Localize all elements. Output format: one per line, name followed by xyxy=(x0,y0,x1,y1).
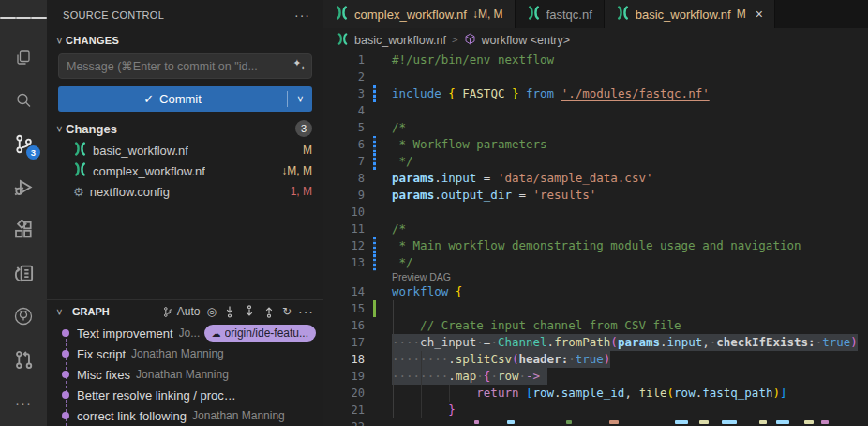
code-line[interactable]: 16 // Create input channel from CSV file xyxy=(323,317,868,334)
graph-more-actions-icon[interactable]: ··· xyxy=(298,304,314,319)
code-line[interactable]: 19········.map·{·row·-> xyxy=(323,368,868,385)
git-decoration: 1, M xyxy=(291,185,312,198)
search-icon[interactable] xyxy=(0,79,47,122)
push-icon[interactable] xyxy=(262,305,276,318)
symbol-cube-icon xyxy=(464,33,476,48)
changes-tree-header[interactable]: > Changes 3 xyxy=(47,117,323,140)
scm-file-row[interactable]: basic_workflow.nfM xyxy=(47,140,323,160)
extensions-icon[interactable] xyxy=(0,208,47,251)
graph-commit-row[interactable]: Fix scriptJonathan Manning xyxy=(47,343,323,364)
code-line[interactable]: 13 */ xyxy=(323,254,868,271)
git-gutter xyxy=(373,351,376,368)
code-line[interactable]: 1#!/usr/bin/env nextflow xyxy=(323,52,868,68)
sidebar-title-row: SOURCE CONTROL ··· xyxy=(47,0,323,30)
git-gutter xyxy=(373,418,376,426)
graph-section-header[interactable]: > GRAPH Auto ◎ ↻ ··· xyxy=(47,300,323,323)
git-gutter xyxy=(373,283,376,300)
code-line[interactable]: 11/* xyxy=(323,221,868,237)
graph-commit-row[interactable]: correct link followingJonathan Manning xyxy=(47,405,323,426)
commit-dropdown-button[interactable]: > xyxy=(288,86,312,112)
code-line[interactable]: 9params.output_dir = 'results' xyxy=(323,187,868,204)
code-line[interactable]: 4 xyxy=(323,102,868,119)
line-number: 6 xyxy=(323,136,365,153)
line-number: 16 xyxy=(323,317,365,334)
line-number: 10 xyxy=(323,204,365,221)
tab-fastqc[interactable]: fastqc.nf xyxy=(516,0,605,28)
graph-target-icon[interactable]: ◎ xyxy=(206,305,216,318)
branch-ref-badge[interactable]: ☁origin/ide-featu... xyxy=(204,325,316,342)
code-line[interactable]: 22 xyxy=(323,418,868,426)
source-control-icon[interactable]: 3 xyxy=(0,122,47,165)
git-gutter xyxy=(373,317,376,334)
breadcrumb-file[interactable]: basic_workflow.nf xyxy=(354,34,446,47)
line-number: 22 xyxy=(323,418,365,426)
graph-commit-row[interactable]: Text improvementJo...☁origin/ide-featu..… xyxy=(47,323,323,343)
code-line[interactable]: 3include { FASTQC } from './modules/fast… xyxy=(323,85,868,102)
git-gutter xyxy=(373,402,376,418)
code-line[interactable]: 7 */ xyxy=(323,153,868,170)
pull-request-icon[interactable] xyxy=(0,338,47,381)
run-debug-icon[interactable] xyxy=(0,165,47,208)
close-icon[interactable]: × xyxy=(756,8,763,21)
commit-button[interactable]: ✓ Commit > xyxy=(58,86,312,112)
code-line[interactable]: 20 return [row.sample_id, file(row.fastq… xyxy=(323,385,868,402)
scm-more-actions-icon[interactable]: ··· xyxy=(294,8,310,23)
breadcrumb: basic_workflow.nf > workflow <entry> xyxy=(323,28,868,52)
code-editor[interactable]: 1#!/usr/bin/env nextflow23include { FAST… xyxy=(323,52,868,426)
code-line[interactable]: 5/* xyxy=(323,119,868,136)
tab-bar: complex_workflow.nf ↓M, M fastqc.nf basi… xyxy=(323,0,868,28)
graph-commit-row[interactable]: Better resolve linking / process inspect… xyxy=(47,385,323,405)
application-menu-icon[interactable] xyxy=(0,0,47,36)
cloud-icon: ☁ xyxy=(212,328,221,339)
code-line[interactable]: 15 xyxy=(323,300,868,317)
git-gutter-indicator xyxy=(373,300,376,317)
editor-group: complex_workflow.nf ↓M, M fastqc.nf basi… xyxy=(323,0,868,426)
generate-commit-message-icon[interactable]: ✦✦ xyxy=(292,58,306,71)
refresh-icon[interactable]: ↻ xyxy=(282,305,292,318)
code-line[interactable]: 21 } xyxy=(323,402,868,418)
clipped-code-line xyxy=(392,420,829,424)
breadcrumb-symbol[interactable]: workflow <entry> xyxy=(482,34,570,47)
scm-file-row[interactable]: ⚙nextflow.config1, M xyxy=(47,181,323,202)
tab-bar-empty-space xyxy=(775,0,868,28)
code-line[interactable]: 18········.splitCsv(header:·true) xyxy=(323,351,868,368)
tab-basic-workflow[interactable]: basic_workflow.nf M × xyxy=(605,0,775,28)
activity-bar: 3 ··· xyxy=(0,0,47,426)
code-line[interactable]: 6 * Workflow parameters xyxy=(323,136,868,153)
code-line[interactable]: 8params.input = 'data/sample_data.csv' xyxy=(323,170,868,187)
changes-count-badge: 3 xyxy=(295,120,312,137)
sidebar-spacer xyxy=(47,202,323,299)
explorer-icon[interactable] xyxy=(0,36,47,79)
github-icon[interactable] xyxy=(0,295,47,338)
nextflow-icon xyxy=(73,142,87,159)
line-number: 11 xyxy=(323,221,365,237)
file-name: nextflow.config xyxy=(90,185,170,199)
code-line[interactable]: 17····ch_input·=·Channel.fromPath(params… xyxy=(323,334,868,351)
git-gutter xyxy=(373,68,376,85)
nextflow-icon xyxy=(73,162,87,179)
additional-views-icon[interactable]: ··· xyxy=(0,381,47,424)
scm-file-row[interactable]: complex_workflow.nf↓M, M xyxy=(47,160,323,181)
fetch-icon[interactable] xyxy=(223,305,236,318)
code-line[interactable]: 10 xyxy=(323,204,868,221)
code-line[interactable]: 2 xyxy=(323,68,868,85)
line-number: 4 xyxy=(323,102,365,119)
tab-git-decoration: ↓M, M xyxy=(472,8,503,21)
nextflow-file-icon xyxy=(527,6,541,23)
commit-dot-icon xyxy=(62,391,69,399)
tab-complex-workflow[interactable]: complex_workflow.nf ↓M, M xyxy=(323,0,516,28)
code-line[interactable]: 12 * Main workflow demonstrating module … xyxy=(323,237,868,254)
codelens-preview-dag[interactable]: Preview DAG xyxy=(323,271,868,283)
graph-commit-row[interactable]: Misc fixesJonathan Manning xyxy=(47,364,323,385)
check-icon: ✓ xyxy=(143,92,154,106)
nextflow-file-icon xyxy=(337,33,349,48)
indent-guide xyxy=(449,385,450,402)
graph-repo-picker[interactable]: Auto xyxy=(162,305,201,318)
changes-section-header[interactable]: > CHANGES xyxy=(47,30,323,51)
nextflow-file-icon xyxy=(335,6,349,23)
commit-message-input[interactable] xyxy=(58,53,312,79)
code-line[interactable]: 14workflow { xyxy=(323,283,868,300)
commit-author: Jonathan Manning xyxy=(192,409,285,422)
compare-preview-icon[interactable] xyxy=(0,251,47,295)
pull-icon[interactable] xyxy=(243,305,256,318)
